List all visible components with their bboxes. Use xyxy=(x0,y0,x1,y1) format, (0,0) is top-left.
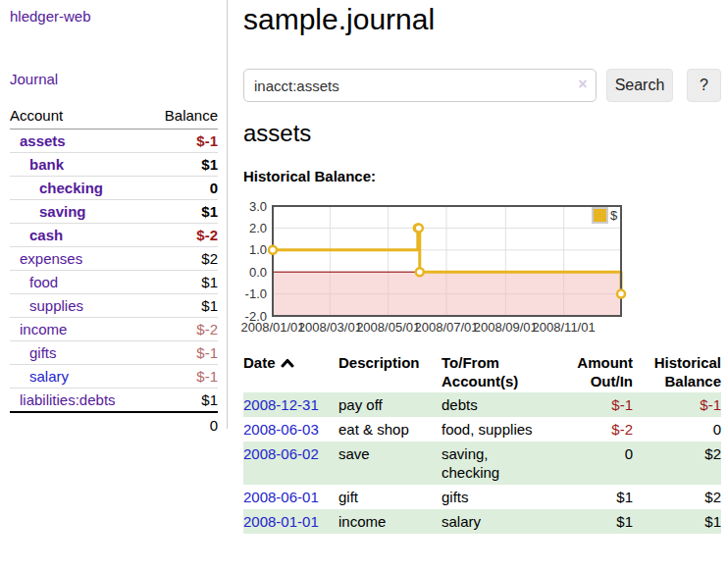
accounts-header-account: Account xyxy=(10,104,148,130)
transaction-balance: 0 xyxy=(633,417,721,441)
svg-text:3.0: 3.0 xyxy=(249,199,267,214)
accounts-total-row: 0 xyxy=(10,412,218,437)
register-header-amount: Amount Out/In xyxy=(549,351,633,392)
register-header-accounts: To/From Account(s) xyxy=(442,351,549,392)
transaction-accounts: saving, checking xyxy=(442,441,549,485)
account-link-checking[interactable]: checking xyxy=(39,180,103,196)
register-row: 2008-06-02savesaving, checking0$2 xyxy=(243,441,721,485)
transaction-date-link[interactable]: 2008-06-03 xyxy=(243,421,319,438)
transaction-date-link[interactable]: 2008-01-01 xyxy=(243,513,319,530)
account-row: food$1 xyxy=(10,271,218,294)
transaction-date-link[interactable]: 2008-12-31 xyxy=(243,396,319,413)
transaction-description: pay off xyxy=(338,392,442,417)
account-row: assets$-1 xyxy=(10,130,218,153)
account-row: bank$1 xyxy=(10,153,218,177)
account-link-bank[interactable]: bank xyxy=(29,156,64,173)
account-link-supplies[interactable]: supplies xyxy=(29,297,83,314)
svg-text:2.0: 2.0 xyxy=(249,221,267,235)
account-row: checking0 xyxy=(10,177,218,200)
sidebar-item-journal[interactable]: Journal xyxy=(10,71,218,87)
page-title: sample.journal xyxy=(243,3,435,36)
transaction-balance: $2 xyxy=(633,485,721,509)
search-button[interactable]: Search xyxy=(606,69,673,102)
register-header-date: Date xyxy=(243,351,338,392)
sort-ascending-icon xyxy=(281,358,294,368)
svg-text:1.0: 1.0 xyxy=(249,242,267,257)
register-row: 2008-06-03eat & shopfood, supplies$-20 xyxy=(243,417,721,441)
account-link-liabilities-debts[interactable]: liabilities:debts xyxy=(20,391,116,408)
account-balance: $-2 xyxy=(148,318,218,341)
transaction-description: eat & shop xyxy=(338,417,442,441)
main-content: sample.journal × Search ? assets Histori… xyxy=(243,0,721,571)
account-balance: $-1 xyxy=(148,365,218,389)
sidebar: hledger-web Journal Account Balance asse… xyxy=(0,0,228,429)
svg-text:2008/09/01: 2008/09/01 xyxy=(474,320,538,335)
account-link-salary[interactable]: salary xyxy=(29,368,69,385)
svg-text:2008/05/01: 2008/05/01 xyxy=(356,320,420,335)
register-row: 2008-01-01incomesalary$1$1 xyxy=(243,509,721,534)
account-balance: $2 xyxy=(148,247,218,271)
account-link-income[interactable]: income xyxy=(20,321,67,337)
register-header-description: Description xyxy=(338,351,442,392)
historical-balance-chart: $3.02.01.00.0-1.0-2.02008/01/012008/03/0… xyxy=(243,200,701,337)
account-balance: $1 xyxy=(148,294,218,318)
legend-label: $ xyxy=(610,208,618,223)
register-header-balance: Historical Balance xyxy=(633,351,721,392)
account-balance: $-1 xyxy=(148,130,218,153)
transaction-date-link[interactable]: 2008-06-01 xyxy=(243,489,319,505)
svg-text:2008/01/01: 2008/01/01 xyxy=(240,320,304,335)
transaction-amount: $1 xyxy=(549,509,633,534)
help-button[interactable]: ? xyxy=(687,69,721,102)
transaction-amount: $-1 xyxy=(549,392,633,417)
search-bar: × Search ? xyxy=(243,69,721,102)
transaction-date-link[interactable]: 2008-06-02 xyxy=(243,445,319,462)
transaction-amount: $1 xyxy=(549,485,633,509)
svg-text:0.0: 0.0 xyxy=(249,265,267,280)
accounts-table: Account Balance assets$-1bank$1checking0… xyxy=(10,104,218,437)
account-balance: $1 xyxy=(148,200,218,224)
account-row: gifts$-1 xyxy=(10,341,218,365)
account-balance: $1 xyxy=(148,271,218,294)
account-balance: $-1 xyxy=(148,341,218,365)
svg-text:2008/07/01: 2008/07/01 xyxy=(414,320,478,335)
account-row: supplies$1 xyxy=(10,294,218,318)
accounts-total-balance: 0 xyxy=(148,412,218,437)
account-row: income$-2 xyxy=(10,318,218,341)
transaction-accounts: salary xyxy=(442,509,549,534)
register-row: 2008-12-31pay offdebts$-1$-1 xyxy=(243,392,721,417)
account-link-saving[interactable]: saving xyxy=(39,203,86,220)
transaction-accounts: gifts xyxy=(442,485,549,509)
account-row: cash$-2 xyxy=(10,224,218,247)
transaction-description: income xyxy=(338,509,442,534)
accounts-header-balance: Balance xyxy=(148,104,218,130)
register-table: Date Description To/From Account(s) Amou… xyxy=(243,351,721,534)
account-balance: $1 xyxy=(148,153,218,177)
account-balance: $-2 xyxy=(148,224,218,247)
app-brand-link[interactable]: hledger-web xyxy=(10,8,218,25)
search-input[interactable] xyxy=(243,69,597,102)
clear-search-icon[interactable]: × xyxy=(573,76,593,93)
transaction-amount: 0 xyxy=(549,441,633,485)
transaction-balance: $2 xyxy=(633,441,721,485)
svg-text:2008/11/01: 2008/11/01 xyxy=(533,320,596,335)
account-row: saving$1 xyxy=(10,200,218,224)
transaction-balance: $1 xyxy=(633,509,721,534)
svg-text:2008/03/01: 2008/03/01 xyxy=(298,320,362,335)
account-page-title: assets xyxy=(243,120,311,147)
register-row: 2008-06-01giftgifts$1$2 xyxy=(243,485,721,509)
account-link-assets[interactable]: assets xyxy=(20,132,66,149)
transaction-description: save xyxy=(338,441,442,485)
svg-text:-1.0: -1.0 xyxy=(245,286,267,301)
account-link-gifts[interactable]: gifts xyxy=(29,344,57,361)
account-row: expenses$2 xyxy=(10,247,218,271)
legend-swatch xyxy=(593,208,607,223)
account-row: liabilities:debts$1 xyxy=(10,389,218,413)
transaction-description: gift xyxy=(338,485,442,509)
transaction-accounts: food, supplies xyxy=(442,417,549,441)
register-header-row: Date Description To/From Account(s) Amou… xyxy=(243,351,721,392)
account-link-food[interactable]: food xyxy=(29,274,58,290)
transaction-accounts: debts xyxy=(442,392,549,417)
register-header-date-label: Date xyxy=(243,354,276,371)
account-link-cash[interactable]: cash xyxy=(29,227,63,243)
account-link-expenses[interactable]: expenses xyxy=(20,250,82,267)
